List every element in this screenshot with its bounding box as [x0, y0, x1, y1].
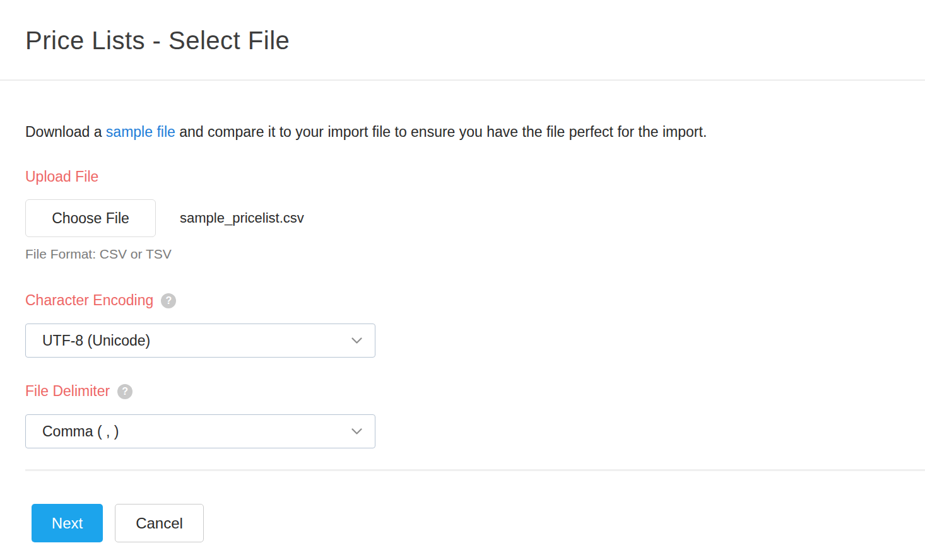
- page-header: Price Lists - Select File: [0, 0, 925, 81]
- selected-file-name: sample_pricelist.csv: [180, 210, 304, 226]
- chevron-down-icon: [351, 428, 362, 435]
- sample-file-link[interactable]: sample file: [106, 124, 175, 140]
- upload-file-label-text: Upload File: [25, 168, 98, 185]
- next-button[interactable]: Next: [32, 504, 103, 542]
- intro-text: Download a sample file and compare it to…: [25, 124, 900, 141]
- page-title: Price Lists - Select File: [0, 0, 925, 55]
- choose-file-button[interactable]: Choose File: [25, 199, 156, 237]
- character-encoding-value: UTF-8 (Unicode): [42, 332, 150, 349]
- intro-text-after: and compare it to your import file to en…: [175, 124, 707, 140]
- file-format-hint: File Format: CSV or TSV: [25, 247, 900, 262]
- upload-file-row: Choose File sample_pricelist.csv: [25, 199, 900, 237]
- upload-file-label: Upload File: [25, 168, 900, 185]
- file-delimiter-label-text: File Delimiter: [25, 383, 110, 400]
- footer-actions: Next Cancel: [0, 471, 925, 542]
- question-mark-icon[interactable]: ?: [161, 293, 176, 308]
- question-mark-icon[interactable]: ?: [117, 384, 133, 399]
- file-delimiter-value: Comma ( , ): [42, 423, 119, 440]
- chevron-down-icon: [351, 337, 362, 344]
- character-encoding-label-text: Character Encoding: [25, 292, 153, 309]
- file-delimiter-select[interactable]: Comma ( , ): [25, 414, 375, 448]
- character-encoding-label: Character Encoding ?: [25, 292, 900, 309]
- intro-text-before: Download a: [25, 124, 106, 140]
- import-form: Download a sample file and compare it to…: [0, 124, 925, 448]
- cancel-button[interactable]: Cancel: [115, 504, 204, 542]
- character-encoding-select[interactable]: UTF-8 (Unicode): [25, 324, 375, 358]
- file-delimiter-label: File Delimiter ?: [25, 383, 900, 400]
